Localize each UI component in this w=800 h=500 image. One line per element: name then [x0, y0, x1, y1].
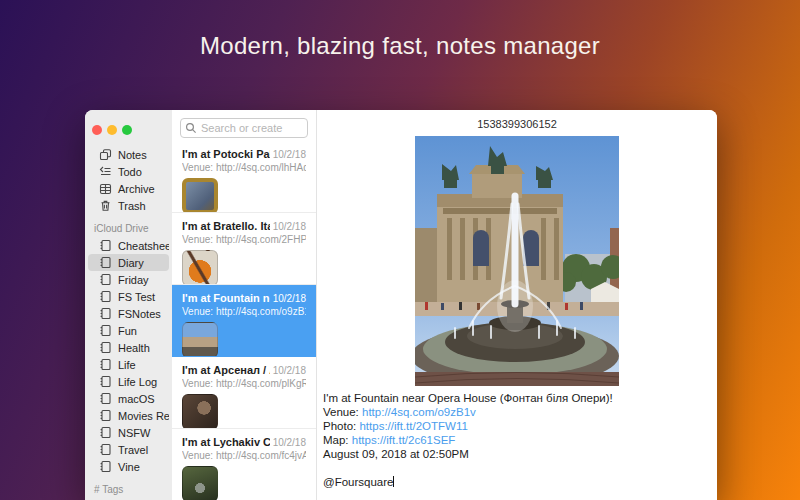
- note-body[interactable]: I'm at Fountain near Opera House (Фонтан…: [317, 391, 717, 489]
- note-row-potocki-palace[interactable]: I'm at Potocki Palace 10/2/18 Venue: htt…: [172, 141, 316, 213]
- sidebar-item-trash[interactable]: Trash: [88, 197, 169, 214]
- note-date: 10/2/18: [273, 221, 306, 232]
- note-title: I'm at Bratello. Italian: [182, 220, 270, 232]
- notebook-icon: [99, 375, 112, 388]
- sidebar-item-friday[interactable]: Friday: [88, 271, 169, 288]
- sidebar-item-label: Archive: [118, 183, 155, 195]
- note-title: I'm at Fountain near (: [182, 292, 270, 304]
- archive-icon: [99, 182, 112, 195]
- search-field-wrap: [180, 118, 308, 138]
- note-list-panel: I'm at Potocki Palace 10/2/18 Venue: htt…: [172, 110, 317, 500]
- body-line-date: August 09, 2018 at 02:50PM: [323, 447, 717, 461]
- note-venue: Venue: http://4sq.com/lhHAq6: [182, 162, 306, 173]
- note-date: 10/2/18: [273, 293, 306, 304]
- sidebar-item-label: Travel: [118, 444, 148, 456]
- sidebar-item-fsnotes[interactable]: FSNotes: [88, 305, 169, 322]
- notebook-icon: [99, 426, 112, 439]
- note-thumbnail-framed-painting: [182, 178, 218, 213]
- minimize-button[interactable]: [107, 125, 117, 135]
- sidebar-item-label: Movies Revi…: [118, 410, 169, 422]
- trash-icon: [99, 199, 112, 212]
- notebook-icon: [99, 256, 112, 269]
- notebook-icon: [99, 341, 112, 354]
- zoom-button[interactable]: [122, 125, 132, 135]
- body-line-title: I'm at Fountain near Opera House (Фонтан…: [323, 391, 717, 405]
- sidebar-item-archive[interactable]: Archive: [88, 180, 169, 197]
- notebook-icon: [99, 358, 112, 371]
- sidebar-nav: Notes Todo Archive Trash iCloud Drive Ch…: [85, 146, 172, 500]
- sidebar-item-label: Health: [118, 342, 150, 354]
- sidebar-item-fun[interactable]: Fun: [88, 322, 169, 339]
- sidebar: Notes Todo Archive Trash iCloud Drive Ch…: [85, 110, 172, 500]
- note-venue: Venue: http://4sq.com/fc4jvA: [182, 450, 306, 461]
- sidebar-item-diary[interactable]: Diary: [88, 254, 169, 271]
- sidebar-item-movies-reviews[interactable]: Movies Revi…: [88, 407, 169, 424]
- sidebar-item-macos[interactable]: macOS: [88, 390, 169, 407]
- note-filename: 1538399306152: [317, 110, 717, 130]
- sidebar-item-label: Todo: [118, 166, 142, 178]
- sidebar-item-cheatsheets[interactable]: Cheatsheets: [88, 237, 169, 254]
- sidebar-item-health[interactable]: Health: [88, 339, 169, 356]
- sidebar-item-label: FS Test: [118, 291, 155, 303]
- sidebar-item-label: Life: [118, 359, 136, 371]
- sidebar-item-label: Diary: [118, 257, 144, 269]
- search-input[interactable]: [180, 118, 308, 138]
- body-line-photo: Photo: https://ift.tt/2OTFW11: [323, 419, 717, 433]
- map-label: Map:: [323, 434, 349, 446]
- note-thumbnail-orange-fruit: [182, 250, 218, 285]
- sidebar-item-notes[interactable]: Notes: [88, 146, 169, 163]
- map-link[interactable]: https://ift.tt/2c61SEF: [352, 434, 456, 446]
- note-date: 10/2/18: [273, 365, 306, 376]
- text-cursor: [393, 476, 394, 487]
- body-blank-line: [323, 461, 717, 475]
- notebook-icon: [99, 443, 112, 456]
- notebook-icon: [99, 392, 112, 405]
- note-title: I'm at Potocki Palace: [182, 148, 270, 160]
- notebook-icon: [99, 239, 112, 252]
- venue-link[interactable]: http://4sq.com/o9zB1v: [362, 406, 476, 418]
- sidebar-item-label: Vine: [118, 461, 140, 473]
- venue-label: Venue:: [323, 406, 359, 418]
- close-button[interactable]: [92, 125, 102, 135]
- note-thumbnail-opera-fountain: [182, 322, 218, 357]
- search-icon: [185, 122, 197, 134]
- notebook-icon: [99, 307, 112, 320]
- note-venue: Venue: http://4sq.com/2FHP6cS: [182, 234, 306, 245]
- section-header-tags: # Tags: [85, 484, 172, 495]
- note-row-lychakiv[interactable]: I'm at Lychakiv Ceme 10/2/18 Venue: http…: [172, 429, 316, 500]
- sidebar-item-label: Trash: [118, 200, 146, 212]
- note-date: 10/2/18: [273, 149, 306, 160]
- fountain-opera-house-photo: [415, 136, 619, 386]
- sidebar-item-nsfw[interactable]: NSFW: [88, 424, 169, 441]
- note-row-fountain-selected[interactable]: I'm at Fountain near ( 10/2/18 Venue: ht…: [172, 285, 316, 357]
- sidebar-item-label: Life Log: [118, 376, 157, 388]
- body-line-venue: Venue: http://4sq.com/o9zB1v: [323, 405, 717, 419]
- photo-link[interactable]: https://ift.tt/2OTFW11: [359, 420, 467, 432]
- body-line-map: Map: https://ift.tt/2c61SEF: [323, 433, 717, 447]
- app-window: Notes Todo Archive Trash iCloud Drive Ch…: [85, 110, 717, 500]
- sidebar-item-fs-test[interactable]: FS Test: [88, 288, 169, 305]
- sidebar-item-travel[interactable]: Travel: [88, 441, 169, 458]
- note-thumbnail-dark-interior: [182, 394, 218, 429]
- sidebar-item-label: macOS: [118, 393, 155, 405]
- note-row-arsenal[interactable]: I'm at Арсенал / Arse 10/2/18 Venue: htt…: [172, 357, 316, 429]
- sidebar-item-life[interactable]: Life: [88, 356, 169, 373]
- editor-pane[interactable]: 1538399306152: [317, 110, 717, 500]
- note-venue: Venue: http://4sq.com/plKgRl: [182, 378, 306, 389]
- sidebar-item-todo[interactable]: Todo: [88, 163, 169, 180]
- note-row-bratello[interactable]: I'm at Bratello. Italian 10/2/18 Venue: …: [172, 213, 316, 285]
- sidebar-item-label: Friday: [118, 274, 149, 286]
- notes-icon: [99, 148, 112, 161]
- section-header-icloud: iCloud Drive: [85, 223, 172, 234]
- notebook-icon: [99, 460, 112, 473]
- note-thumbnail-cemetery-green: [182, 466, 218, 500]
- sidebar-item-vine[interactable]: Vine: [88, 458, 169, 475]
- sidebar-item-label: FSNotes: [118, 308, 161, 320]
- notebook-icon: [99, 273, 112, 286]
- note-date: 10/2/18: [273, 437, 306, 448]
- photo-label: Photo:: [323, 420, 356, 432]
- sidebar-item-life-log[interactable]: Life Log: [88, 373, 169, 390]
- notebook-icon: [99, 290, 112, 303]
- banner-title: Modern, blazing fast, notes manager: [0, 32, 800, 60]
- note-title: I'm at Арсенал / Arse: [182, 364, 270, 376]
